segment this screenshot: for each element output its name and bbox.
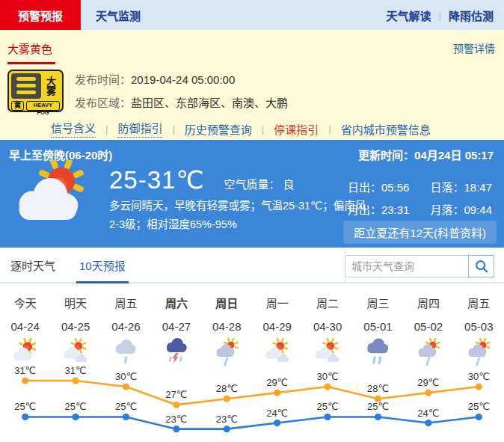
alert-quick-link-4[interactable]: 省内城市预警信息 <box>341 121 431 137</box>
temp-point <box>325 414 331 420</box>
temp-point-label: 31℃ <box>65 366 87 376</box>
thunderstorm-icon <box>151 338 201 366</box>
link-separator: | <box>105 123 108 135</box>
link-weather-interpretation[interactable]: 天气解读 <box>379 0 439 30</box>
fog-alert-panel: 大雾黄色 预警详情 大雾 黄 HEAVY FOG 发布时间：2019-04-24… <box>0 30 504 140</box>
temp-point-label: 24℃ <box>417 408 439 419</box>
solar-term-badge[interactable]: 距立夏还有12天(科普资料) <box>343 221 497 244</box>
temp-point <box>123 383 129 390</box>
air-quality: 空气质量：良 <box>224 176 294 191</box>
forecast-day-column-4[interactable]: 周日04-28 <box>202 295 252 366</box>
temp-point <box>476 414 482 420</box>
temp-point <box>425 420 431 426</box>
link-separator: | <box>262 123 264 135</box>
rain-icon <box>101 338 151 366</box>
temp-point-label: 30℃ <box>468 371 490 382</box>
tab-warning-forecast[interactable]: 预警预报 <box>0 0 81 30</box>
issued-time-row: 发布时间：2019-04-24 05:00:00 <box>75 71 288 87</box>
day-date: 04-26 <box>101 320 151 333</box>
temp-chart: 31℃31℃30℃27℃28℃29℃30℃28℃29℃30℃25℃25℃25℃2… <box>0 366 504 442</box>
issued-area-value: 盐田区、东部海区、南澳、大鹏 <box>131 96 288 109</box>
temp-range-value: 25-31℃ <box>109 165 204 194</box>
forecast-day-column-0[interactable]: 今天04-24 <box>0 295 50 366</box>
day-date: 04-28 <box>202 320 252 333</box>
fog-cn-label: 大雾 <box>41 73 60 99</box>
temp-point-label: 28℃ <box>216 383 238 394</box>
fog-en-label: HEAVY FOG <box>26 101 60 111</box>
alert-quick-link-0[interactable]: 信号含义 <box>51 120 96 138</box>
search-button[interactable] <box>468 255 494 277</box>
sun-behind-cloud-icon <box>15 160 99 229</box>
day-date: 04-29 <box>252 320 302 333</box>
temp-point <box>73 377 79 384</box>
issued-time-label: 发布时间： <box>75 73 131 86</box>
link-rain-estimate[interactable]: 降雨估测 <box>441 0 504 30</box>
forecast-day-column-9[interactable]: 周五05-03 <box>454 295 504 366</box>
low-temp-line <box>25 417 479 429</box>
forecast-day-column-3[interactable]: 周六04-27 <box>151 295 201 366</box>
top-nav: 预警预报 天气监测 天气解读 | 降雨估测 <box>0 0 504 30</box>
tab-hourly-weather[interactable]: 逐时天气 <box>7 257 58 282</box>
sun-shower-icon <box>403 338 453 366</box>
alert-quick-link-2[interactable]: 历史预警查询 <box>185 121 252 137</box>
partly-cloudy-icon <box>0 338 50 366</box>
temp-point-label: 23℃ <box>165 414 187 425</box>
heavy-fog-warning-icon: 大雾 黄 HEAVY FOG <box>7 70 64 112</box>
temp-point-label: 23℃ <box>216 414 238 425</box>
day-name: 周三 <box>353 295 403 310</box>
temp-point-label: 25℃ <box>65 401 87 412</box>
cloudy-icon <box>50 338 100 366</box>
temp-point <box>274 390 280 396</box>
air-quality-label: 空气质量： <box>224 178 280 191</box>
forecast-day-column-7[interactable]: 周三05-01 <box>353 295 403 366</box>
temp-point-label: 25℃ <box>115 401 137 412</box>
day-date: 04-27 <box>151 320 201 333</box>
tab-weather-monitor[interactable]: 天气监测 <box>81 0 156 30</box>
temp-point-label: 31℃ <box>14 366 36 376</box>
temp-point <box>22 414 28 420</box>
search-icon <box>474 259 489 274</box>
day-name: 周日 <box>202 295 252 310</box>
weather-description-line1: 多云间晴天，早晚有轻雾或雾；气温25-31℃；偏南风 <box>109 197 366 215</box>
temp-point-label: 27℃ <box>165 389 187 400</box>
day-date: 04-30 <box>302 320 352 333</box>
air-quality-value: 良 <box>283 178 294 191</box>
temp-point-label: 24℃ <box>266 408 288 419</box>
temp-point <box>375 414 381 420</box>
high-temp-line <box>25 381 479 405</box>
alert-quick-link-3[interactable]: 停课指引 <box>274 121 319 137</box>
forecast-day-column-2[interactable]: 周五04-26 <box>101 295 151 366</box>
day-name: 周六 <box>151 295 201 310</box>
day-name: 今天 <box>0 295 50 310</box>
temp-point <box>224 426 230 432</box>
forecast-day-column-8[interactable]: 周四05-02 <box>403 295 453 366</box>
issued-time-value: 2019-04-24 05:00:00 <box>131 73 235 86</box>
weather-description-line2: 2-3级；相对湿度65%-95% <box>109 215 366 234</box>
day-date: 05-01 <box>353 320 403 333</box>
forecast-day-column-1[interactable]: 明天04-25 <box>50 295 100 366</box>
cloudy-icon <box>252 338 302 366</box>
day-name: 周五 <box>454 295 504 310</box>
temp-point-label: 25℃ <box>468 401 490 412</box>
temp-point <box>173 426 179 432</box>
tab-10day-forecast[interactable]: 10天预报 <box>76 257 129 283</box>
temperature-chart-wrap: 31℃31℃30℃27℃28℃29℃30℃28℃29℃30℃25℃25℃25℃2… <box>0 366 504 442</box>
issued-area-row: 发布区域：盐田区、东部海区、南澳、大鹏 <box>75 94 288 110</box>
nav-spacer <box>156 0 379 30</box>
alert-title-fog-yellow[interactable]: 大雾黄色 <box>7 40 55 64</box>
fog-lines-glyph <box>11 73 41 99</box>
temp-point <box>123 414 129 420</box>
forecast-day-column-5[interactable]: 周一04-29 <box>252 295 302 366</box>
temp-point <box>73 414 79 420</box>
forecast-day-column-6[interactable]: 周二04-30 <box>302 295 352 366</box>
fog-level-label: 黄 <box>11 101 24 111</box>
temp-point <box>224 396 230 402</box>
day-date: 05-03 <box>454 320 504 333</box>
alert-details-link[interactable]: 预警详情 <box>453 40 495 55</box>
temp-point <box>22 377 28 384</box>
city-weather-search-input[interactable] <box>345 255 469 277</box>
alert-quick-link-1[interactable]: 防御指引 <box>117 120 162 138</box>
day-name: 周五 <box>101 295 151 310</box>
day-name: 周四 <box>403 295 453 310</box>
temp-point-label: 25℃ <box>317 401 339 412</box>
